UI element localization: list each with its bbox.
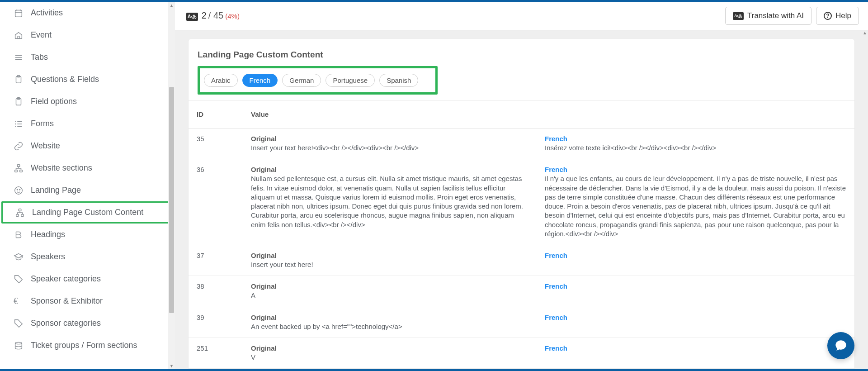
row-translated[interactable]: FrenchIl n'y a que les enfants, au cours… <box>537 159 854 245</box>
sidebar-item-label: Field options <box>31 97 77 106</box>
row-original: OriginalInsert your text here!<div><br /… <box>243 128 537 159</box>
svg-rect-4 <box>18 36 19 38</box>
sidebar-item-landing-page[interactable]: Landing Page <box>0 179 175 201</box>
table-row[interactable]: 35OriginalInsert your text here!<div><br… <box>189 128 854 159</box>
scroll-down-arrow-icon[interactable]: ▼ <box>168 362 175 369</box>
original-text: Insert your text here! <box>251 260 523 269</box>
table-row[interactable]: 251OriginalVFrench <box>189 338 854 368</box>
content-scroll-up-icon[interactable]: ▲ <box>863 30 867 35</box>
table-row[interactable]: 38OriginalAFrench <box>189 276 854 307</box>
row-id: 37 <box>189 245 243 276</box>
translate-with-ai-button[interactable]: A▸あ Translate with AI <box>725 7 811 25</box>
sidebar-item-questions-fields[interactable]: Questions & Fields <box>0 68 175 90</box>
content-panel: Landing Page Custom Content ArabicFrench… <box>189 39 854 369</box>
sidebar-item-sponsor-categories[interactable]: Sponsor categories <box>0 312 175 334</box>
row-translated[interactable]: French <box>537 276 854 307</box>
sidebar-item-website[interactable]: Website <box>0 135 175 157</box>
svg-rect-20 <box>15 170 18 172</box>
column-header-translation <box>537 100 854 128</box>
translated-label: French <box>545 344 846 352</box>
svg-rect-27 <box>21 214 24 216</box>
row-id: 251 <box>189 338 243 368</box>
ticket-groups-icon <box>14 341 31 351</box>
translated-label: French <box>545 252 846 259</box>
original-label: Original <box>251 282 523 290</box>
questions-fields-icon <box>14 75 31 85</box>
progress-percent: (4%) <box>225 12 240 20</box>
sidebar-item-field-options[interactable]: Field options <box>0 90 175 113</box>
row-translated[interactable]: French <box>537 245 854 276</box>
language-tab-arabic[interactable]: Arabic <box>204 74 238 87</box>
language-tab-portuguese[interactable]: Portuguese <box>326 74 375 87</box>
svg-point-15 <box>15 124 16 124</box>
original-text: Insert your text here!<div><br /></div><… <box>251 143 523 152</box>
translate-with-ai-label: Translate with AI <box>747 11 804 20</box>
table-row[interactable]: 36OriginalNullam sed pellentesque est, a… <box>189 159 854 245</box>
sidebar-item-landing-page-custom-content[interactable]: Landing Page Custom Content <box>1 201 174 224</box>
language-tab-spanish[interactable]: Spanish <box>379 74 418 87</box>
sidebar-item-label: Speaker categories <box>31 274 101 284</box>
row-original: OriginalAn event backed up by <a href=""… <box>243 307 537 338</box>
svg-rect-19 <box>17 164 20 166</box>
headings-icon <box>14 230 31 240</box>
sidebar-item-label: Landing Page Custom Content <box>32 208 143 217</box>
row-translated[interactable]: French <box>537 338 854 368</box>
table-row[interactable]: 39OriginalAn event backed up by <a href=… <box>189 307 854 338</box>
sidebar-item-website-sections[interactable]: Website sections <box>0 157 175 179</box>
field-options-icon <box>14 97 31 107</box>
svg-rect-25 <box>19 209 21 211</box>
language-tabs-highlight: ArabicFrenchGermanPortugueseSpanish <box>198 66 438 95</box>
chat-button[interactable] <box>827 332 854 359</box>
activities-icon <box>14 8 31 18</box>
sidebar-scrollbar[interactable]: ▲ ▼ <box>168 2 175 369</box>
scroll-up-arrow-icon[interactable]: ▲ <box>168 2 175 9</box>
language-tab-french[interactable]: French <box>242 74 278 87</box>
original-label: Original <box>251 135 523 143</box>
sidebar-scrollbar-thumb[interactable] <box>169 87 174 313</box>
svg-point-24 <box>19 189 20 190</box>
svg-point-17 <box>15 126 16 127</box>
sidebar-item-sponsor-exhibitor[interactable]: €Sponsor & Exhibitor <box>0 290 175 312</box>
row-translated[interactable]: French <box>537 307 854 338</box>
sidebar-item-headings[interactable]: Headings <box>0 224 175 246</box>
website-sections-icon <box>14 163 31 173</box>
translated-label: French <box>545 166 846 173</box>
sidebar-item-speakers[interactable]: Speakers <box>0 246 175 268</box>
column-header-id: ID <box>189 100 243 128</box>
original-label: Original <box>251 166 523 173</box>
original-text: V <box>251 353 523 362</box>
original-text: A <box>251 291 523 300</box>
table-row[interactable]: 37OriginalInsert your text here!French <box>189 245 854 276</box>
row-translated[interactable]: FrenchInsérez votre texte ici!<div><br /… <box>537 128 854 159</box>
sidebar-item-tabs[interactable]: Tabs <box>0 46 175 68</box>
sidebar-item-forms[interactable]: Forms <box>0 113 175 135</box>
svg-point-13 <box>15 121 16 122</box>
sidebar-item-label: Activities <box>31 8 63 18</box>
row-id: 38 <box>189 276 243 307</box>
row-original: OriginalInsert your text here! <box>243 245 537 276</box>
language-tab-german[interactable]: German <box>282 74 321 87</box>
original-text: Nullam sed pellentesque est, a cursus el… <box>251 174 523 229</box>
progress-total: / 45 <box>208 10 223 21</box>
sidebar-item-label: Speakers <box>31 252 65 262</box>
sidebar: ActivitiesEventTabsQuestions & FieldsFie… <box>0 2 175 369</box>
sidebar-item-ticket-groups[interactable]: Ticket groups / Form sections <box>0 334 175 357</box>
translation-progress: A▸あ 2 / 45 (4%) <box>186 10 240 21</box>
translated-text: Insérez votre texte ici!<div><br /></div… <box>545 143 846 152</box>
sidebar-item-label: Ticket groups / Form sections <box>31 341 137 350</box>
translated-label: French <box>545 135 846 143</box>
sidebar-item-event[interactable]: Event <box>0 24 175 46</box>
translations-table: ID Value 35OriginalInsert your text here… <box>189 100 854 369</box>
sidebar-item-activities[interactable]: Activities <box>0 2 175 24</box>
row-id: 39 <box>189 307 243 338</box>
sidebar-item-speaker-categories[interactable]: Speaker categories <box>0 268 175 290</box>
row-id: 35 <box>189 128 243 159</box>
website-icon <box>14 141 31 151</box>
sidebar-item-label: Tabs <box>31 52 48 62</box>
help-button[interactable]: ? Help <box>816 7 859 25</box>
tabs-icon <box>14 52 31 62</box>
row-original: OriginalNullam sed pellentesque est, a c… <box>243 159 537 245</box>
help-icon: ? <box>824 12 832 20</box>
landing-page-custom-content-icon <box>15 208 32 218</box>
original-text: An event backed up by <a href="">technol… <box>251 322 523 331</box>
